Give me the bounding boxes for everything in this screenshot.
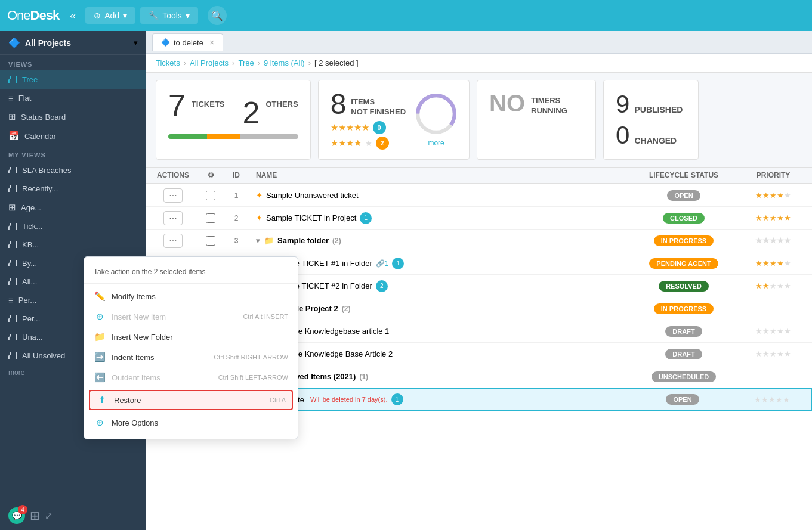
age-icon: ⊞ bbox=[8, 202, 16, 213]
stat-card-tickets: 7 TICKETS 2 OTHERS bbox=[156, 80, 311, 160]
row-id: 1 bbox=[221, 191, 251, 200]
pie-chart: more bbox=[415, 93, 457, 147]
row-checkbox[interactable] bbox=[206, 236, 215, 246]
status-badge: UNSCHEDULED bbox=[652, 371, 716, 382]
tick-icon: ⛙ bbox=[8, 221, 17, 231]
changed-label: CHANGED bbox=[634, 136, 677, 145]
tools-icon: 🔧 bbox=[149, 11, 159, 20]
search-button[interactable]: 🔍 bbox=[208, 6, 227, 25]
status-badge: OPEN bbox=[666, 394, 699, 405]
col-header-gear: ⚙ bbox=[200, 171, 221, 179]
restore-shortcut: Ctrl A bbox=[270, 396, 286, 404]
row-priority: ★★★★★ bbox=[734, 213, 812, 222]
sidebar-item-sla[interactable]: ⛙ SLA Breaches bbox=[0, 161, 146, 179]
pie-more-link[interactable]: more bbox=[415, 139, 457, 147]
sidebar-item-by-label: By... bbox=[22, 259, 37, 268]
published-label: PUBLISHED bbox=[634, 105, 683, 114]
breadcrumb-allprojects[interactable]: All Projects bbox=[190, 58, 229, 67]
row-checkbox[interactable] bbox=[206, 191, 215, 200]
gear-icon[interactable]: ⚙ bbox=[208, 171, 214, 179]
row-checkbox[interactable] bbox=[206, 213, 215, 223]
tickets-label: TICKETS bbox=[192, 100, 225, 110]
context-menu-restore[interactable]: ⬆ Restore Ctrl A bbox=[89, 390, 293, 410]
more-options-icon: ⊕ bbox=[94, 417, 106, 428]
sidebar-item-status-board[interactable]: ⊞ Status Board bbox=[0, 107, 146, 126]
views-section-label: VIEWS bbox=[0, 55, 146, 70]
sidebar-item-age[interactable]: ⊞ Age... bbox=[0, 198, 146, 217]
tabbar: 🔷 to delete × bbox=[146, 31, 812, 54]
sidebar-item-flat[interactable]: ≡ Flat bbox=[0, 89, 146, 107]
table-row: ··· 3 ▾ 📁 Sample folder (2) IN PROGRESS … bbox=[146, 230, 812, 252]
changed-number: 0 bbox=[616, 121, 629, 150]
insert-item-shortcut: Ctrl Alt INSERT bbox=[243, 313, 288, 320]
sidebar-item-status-board-label: Status Board bbox=[21, 113, 66, 122]
row-actions-button[interactable]: ··· bbox=[163, 211, 182, 225]
sidebar-item-kb[interactable]: ⛙ KB... bbox=[0, 235, 146, 254]
row-actions-button[interactable]: ··· bbox=[163, 188, 182, 203]
sidebar-item-all-label: All... bbox=[22, 277, 37, 286]
add-icon: ⊕ bbox=[94, 11, 101, 20]
no-label: NO bbox=[489, 90, 525, 117]
sidebar-item-allunsolved-label: All Unsolved bbox=[22, 351, 65, 360]
col-header-priority: Priority bbox=[734, 171, 812, 179]
status-board-icon: ⊞ bbox=[8, 111, 16, 122]
row-priority: ★★★★★ bbox=[734, 236, 812, 245]
sidebar-item-tree[interactable]: ⛙ Tree bbox=[0, 70, 146, 89]
sidebar-item-rec[interactable]: ⛙ Recently... bbox=[0, 179, 146, 198]
expand-button[interactable]: ▾ bbox=[256, 237, 260, 245]
tab-to-delete[interactable]: 🔷 to delete × bbox=[152, 33, 223, 51]
breadcrumb-9items[interactable]: 9 items (All) bbox=[264, 58, 305, 67]
per1-icon: ≡ bbox=[8, 295, 14, 305]
tools-button[interactable]: 🔧 Tools ▾ bbox=[140, 7, 198, 24]
comment-badge: 1 bbox=[392, 258, 404, 269]
indent-shortcut: Ctrl Shift RIGHT-ARROW bbox=[214, 354, 288, 361]
tab-label: to delete bbox=[174, 38, 203, 47]
grid-icon[interactable]: ⊞ bbox=[30, 509, 40, 523]
comment-badge: 1 bbox=[360, 212, 372, 224]
my-views-section-label: MY VIEWS bbox=[0, 145, 146, 161]
status-badge: OPEN bbox=[667, 190, 700, 201]
tab-close-button[interactable]: × bbox=[209, 38, 214, 47]
context-menu-insert-folder[interactable]: 📁 Insert New Folder bbox=[84, 327, 298, 347]
add-button[interactable]: ⊕ Add ▾ bbox=[85, 7, 135, 24]
insert-folder-label: Insert New Folder bbox=[112, 333, 173, 342]
status-badge: RESOLVED bbox=[659, 281, 709, 292]
row-priority: ★★★★★ bbox=[734, 259, 812, 268]
sidebar-item-calendar-label: Calendar bbox=[24, 132, 56, 141]
published-number: 9 bbox=[616, 90, 629, 119]
tickets-number: 7 bbox=[168, 88, 186, 123]
others-label: OTHERS bbox=[265, 100, 298, 110]
status-badge: IN PROGRESS bbox=[654, 235, 714, 246]
stat-card-timers: NO TIMERSRUNNING bbox=[477, 80, 596, 160]
expand-icon[interactable]: ⤢ bbox=[45, 510, 53, 522]
search-icon: 🔍 bbox=[211, 10, 223, 21]
status-badge: PENDING AGENT bbox=[649, 258, 718, 269]
others-number: 2 bbox=[243, 95, 260, 130]
sidebar-item-kb-label: KB... bbox=[22, 240, 39, 249]
sidebar-header[interactable]: 🔷 All Projects ▾ bbox=[0, 31, 146, 55]
restore-label: Restore bbox=[114, 396, 141, 405]
context-menu-insert-item: ⊕ Insert New Item Ctrl Alt INSERT bbox=[84, 306, 298, 327]
chat-icon[interactable]: 💬 4 bbox=[8, 507, 25, 524]
row-name: ▾ 🗂 Archived Items (2021) (1) bbox=[251, 372, 633, 381]
sidebar-item-tick[interactable]: ⛙ Tick... bbox=[0, 217, 146, 235]
folder-icon: 📁 bbox=[264, 236, 274, 245]
items-label: ITEMSNOT FINISHED bbox=[351, 97, 406, 117]
breadcrumb-tree[interactable]: Tree bbox=[238, 58, 254, 67]
context-menu-indent[interactable]: ➡️ Indent Items Ctrl Shift RIGHT-ARROW bbox=[84, 347, 298, 367]
flat-icon: ≡ bbox=[8, 93, 14, 103]
sidebar-item-calendar[interactable]: 📅 Calendar bbox=[0, 126, 146, 145]
outdent-icon: ⬅️ bbox=[94, 372, 106, 383]
row-name: 📄 Sample Knowledge Base Article 2 bbox=[251, 349, 633, 358]
breadcrumb-selected: [ 2 selected ] bbox=[314, 58, 359, 67]
breadcrumb-tickets[interactable]: Tickets bbox=[156, 58, 180, 67]
collapse-sidebar-button[interactable]: « bbox=[70, 10, 76, 22]
row-id: 3 bbox=[221, 237, 251, 245]
context-menu: Take action on the 2 selected items ✏️ M… bbox=[84, 256, 298, 439]
table-row: ··· 1 ✦ Sample Unanswered ticket OPEN ★★… bbox=[146, 184, 812, 207]
comment-badge: 2 bbox=[376, 280, 388, 292]
row-actions-button[interactable]: ··· bbox=[163, 234, 182, 248]
context-menu-modify[interactable]: ✏️ Modify Items bbox=[84, 286, 298, 306]
context-menu-more-options[interactable]: ⊕ More Options bbox=[84, 413, 298, 433]
add-chevron-icon: ▾ bbox=[123, 11, 127, 20]
